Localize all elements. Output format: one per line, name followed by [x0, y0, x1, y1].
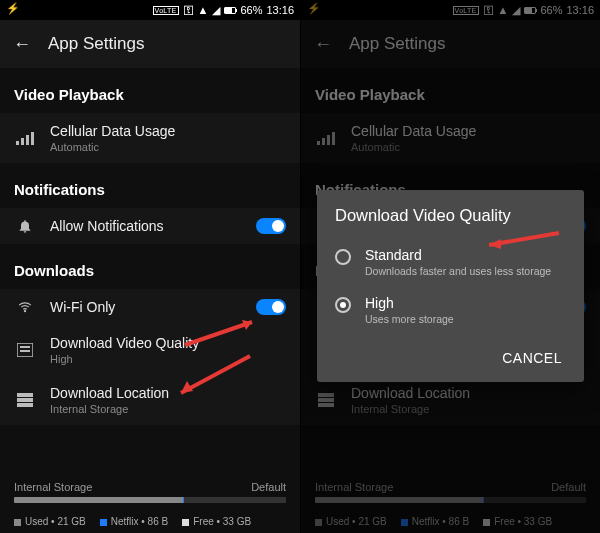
- charging-icon: ⚡: [307, 2, 321, 15]
- section-video-playback: Video Playback: [0, 68, 300, 113]
- storage-title: Internal Storage: [14, 481, 92, 493]
- cancel-button[interactable]: CANCEL: [498, 344, 566, 372]
- legend-used: Used • 21 GB: [326, 516, 387, 527]
- legend-used: Used • 21 GB: [25, 516, 86, 527]
- back-button[interactable]: ←: [313, 34, 333, 55]
- cellular-data-usage-row[interactable]: Cellular Data Usage Automatic: [0, 113, 300, 163]
- quality-icon: [14, 343, 36, 357]
- download-location-value: Internal Storage: [351, 403, 586, 415]
- section-video-playback: Video Playback: [301, 68, 600, 113]
- svg-rect-23: [318, 393, 334, 397]
- volte-icon: VoLTE: [453, 6, 479, 15]
- svg-point-4: [24, 311, 25, 312]
- storage-default: Default: [251, 481, 286, 493]
- svg-rect-24: [318, 398, 334, 402]
- download-location-label: Download Location: [351, 385, 586, 401]
- back-button[interactable]: ←: [12, 34, 32, 55]
- storage-bar: [315, 497, 586, 503]
- svg-rect-10: [17, 403, 33, 407]
- clock: 13:16: [266, 4, 294, 16]
- svg-rect-2: [26, 135, 29, 145]
- cellular-data-usage-row[interactable]: Cellular Data Usage Automatic: [301, 113, 600, 163]
- battery-icon: [224, 7, 236, 14]
- allow-notifications-label: Allow Notifications: [50, 218, 256, 234]
- svg-rect-17: [327, 135, 330, 145]
- dialog-title: Download Video Quality: [335, 206, 566, 225]
- cellular-value: Automatic: [50, 141, 286, 153]
- vpn-key-icon: ⚿: [183, 4, 194, 16]
- storage-bar: [14, 497, 286, 503]
- svg-rect-16: [322, 138, 325, 145]
- svg-rect-9: [17, 398, 33, 402]
- status-bar: ⚡ VoLTE ⚿ ▲ ◢ 66% 13:16: [0, 0, 300, 20]
- page-title: App Settings: [48, 34, 144, 54]
- storage-icon: [14, 393, 36, 407]
- volte-icon: VoLTE: [153, 6, 179, 15]
- option-description: Uses more storage: [365, 313, 454, 327]
- quality-option-high[interactable]: High Uses more storage: [335, 287, 566, 335]
- storage-legend: Used • 21 GB Netflix • 86 B Free • 33 GB: [0, 516, 300, 527]
- option-description: Downloads faster and uses less storage: [365, 265, 551, 279]
- svg-rect-6: [20, 346, 30, 348]
- section-downloads: Downloads: [0, 244, 300, 289]
- settings-screen-left: ⚡ VoLTE ⚿ ▲ ◢ 66% 13:16 ← App Settings V…: [0, 0, 300, 533]
- svg-rect-8: [17, 393, 33, 397]
- legend-free: Free • 33 GB: [193, 516, 251, 527]
- annotation-arrow: [165, 351, 265, 410]
- option-label: High: [365, 295, 454, 311]
- cellular-label: Cellular Data Usage: [351, 123, 586, 139]
- status-bar: ⚡ VoLTE ⚿ ▲ ◢ 66% 13:16: [301, 0, 600, 20]
- signal-icon: ◢: [512, 4, 520, 17]
- signal-bars-icon: [315, 131, 337, 145]
- bell-icon: [14, 218, 36, 234]
- signal-icon: ◢: [212, 4, 220, 17]
- svg-rect-25: [318, 403, 334, 407]
- svg-rect-1: [21, 138, 24, 145]
- battery-percent: 66%: [240, 4, 262, 16]
- radio-unselected-icon: [335, 249, 351, 265]
- svg-line-11: [185, 322, 252, 345]
- wifi-icon-row: [14, 300, 36, 314]
- legend-netflix: Netflix • 86 B: [412, 516, 469, 527]
- storage-default: Default: [551, 481, 586, 493]
- signal-bars-icon: [14, 131, 36, 145]
- allow-notifications-row[interactable]: Allow Notifications: [0, 208, 300, 244]
- settings-screen-right: ⚡ VoLTE ⚿ ▲ ◢ 66% 13:16 ← App Settings V…: [300, 0, 600, 533]
- download-quality-dialog: Download Video Quality Standard Download…: [317, 190, 584, 382]
- wifi-icon: ▲: [498, 4, 509, 16]
- page-title: App Settings: [349, 34, 445, 54]
- app-bar: ← App Settings: [301, 20, 600, 68]
- cellular-value: Automatic: [351, 141, 586, 153]
- download-location-row[interactable]: Download Location Internal Storage: [301, 375, 600, 425]
- cellular-label: Cellular Data Usage: [50, 123, 286, 139]
- svg-rect-18: [332, 132, 335, 145]
- section-notifications: Notifications: [0, 163, 300, 208]
- legend-netflix: Netflix • 86 B: [111, 516, 168, 527]
- charging-icon: ⚡: [6, 2, 20, 15]
- allow-notifications-toggle[interactable]: [256, 218, 286, 234]
- clock: 13:16: [566, 4, 594, 16]
- wifi-icon: ▲: [198, 4, 209, 16]
- svg-rect-3: [31, 132, 34, 145]
- radio-selected-icon: [335, 297, 351, 313]
- storage-meter: Internal Storage Default: [0, 481, 300, 503]
- battery-icon: [524, 7, 536, 14]
- app-bar: ← App Settings: [0, 20, 300, 68]
- svg-rect-7: [20, 350, 30, 352]
- vpn-key-icon: ⚿: [483, 4, 494, 16]
- storage-meter: Internal Storage Default: [301, 481, 600, 503]
- svg-rect-15: [317, 141, 320, 145]
- storage-icon: [315, 393, 337, 407]
- storage-title: Internal Storage: [315, 481, 393, 493]
- annotation-arrow: [180, 310, 270, 354]
- battery-percent: 66%: [540, 4, 562, 16]
- svg-line-13: [181, 356, 250, 393]
- storage-legend: Used • 21 GB Netflix • 86 B Free • 33 GB: [301, 516, 600, 527]
- svg-rect-0: [16, 141, 19, 145]
- legend-free: Free • 33 GB: [494, 516, 552, 527]
- annotation-arrow: [471, 225, 571, 259]
